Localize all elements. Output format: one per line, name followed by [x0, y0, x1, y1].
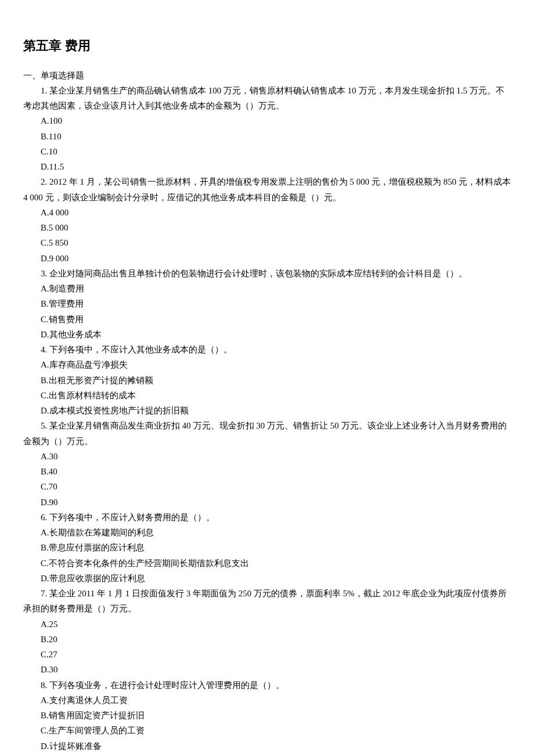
- question-5-option-a: A.30: [23, 449, 511, 464]
- question-3-option-c: C.销售费用: [23, 312, 511, 327]
- question-7-option-d: D.30: [23, 662, 511, 677]
- question-1-option-d: D.11.5: [23, 159, 511, 174]
- question-3-option-b: B.管理费用: [23, 296, 511, 311]
- question-7-text: 7. 某企业 2011 年 1 月 1 日按面值发行 3 年期面值为 250 万…: [23, 586, 511, 617]
- question-4-option-c: C.出售原材料结转的成本: [23, 388, 511, 403]
- question-4-text: 4. 下列各项中，不应计入其他业务成本的是（）。: [23, 342, 511, 357]
- question-2-option-a: A.4 000: [23, 205, 511, 220]
- section-heading: 一、单项选择题: [23, 68, 511, 83]
- question-5-option-b: B.40: [23, 464, 511, 479]
- question-8-text: 8. 下列各项业务，在进行会计处理时应计入管理费用的是（）。: [23, 678, 511, 693]
- question-6-option-c: C.不符合资本化条件的生产经营期间长期借款利息支出: [23, 556, 511, 571]
- question-9-text: 9. 下列各项中，应计入管理费用的是（）。: [23, 754, 511, 756]
- question-5-text: 5. 某企业某月销售商品发生商业折扣 40 万元、现金折扣 30 万元、销售折让…: [23, 418, 511, 449]
- question-3-text: 3. 企业对随同商品出售且单独计价的包装物进行会计处理时，该包装物的实际成本应结…: [23, 266, 511, 281]
- question-1-option-b: B.110: [23, 129, 511, 144]
- question-6-option-b: B.带息应付票据的应计利息: [23, 540, 511, 555]
- question-8-option-a: A.支付离退休人员工资: [23, 693, 511, 708]
- question-1-text: 1. 某企业某月销售生产的商品确认销售成本 100 万元，销售原材料确认销售成本…: [23, 83, 511, 114]
- question-1-option-c: C.10: [23, 144, 511, 159]
- question-7-option-a: A.25: [23, 617, 511, 632]
- question-5-option-d: D.90: [23, 495, 511, 510]
- question-4-option-a: A.库存商品盘亏净损失: [23, 357, 511, 372]
- question-3-option-d: D.其他业务成本: [23, 327, 511, 342]
- question-3-option-a: A.制造费用: [23, 281, 511, 296]
- chapter-title: 第五章 费用: [23, 35, 511, 57]
- question-2-option-b: B.5 000: [23, 220, 511, 235]
- question-6-option-d: D.带息应收票据的应计利息: [23, 571, 511, 586]
- question-1-option-a: A.100: [23, 113, 511, 128]
- question-4-option-b: B.出租无形资产计提的摊销额: [23, 373, 511, 388]
- question-2-option-c: C.5 850: [23, 235, 511, 250]
- question-5-option-c: C.70: [23, 479, 511, 494]
- question-7-option-b: B.20: [23, 632, 511, 647]
- question-6-text: 6. 下列各项中，不应计入财务费用的是（）。: [23, 510, 511, 525]
- question-6-option-a: A.长期借款在筹建期间的利息: [23, 525, 511, 540]
- question-8-option-b: B.销售用固定资产计提折旧: [23, 708, 511, 723]
- question-2-option-d: D.9 000: [23, 251, 511, 266]
- question-4-option-d: D.成本模式投资性房地产计提的折旧额: [23, 403, 511, 418]
- question-7-option-c: C.27: [23, 647, 511, 662]
- question-8-option-c: C.生产车间管理人员的工资: [23, 723, 511, 738]
- question-8-option-d: D.计提坏账准备: [23, 739, 511, 754]
- question-2-text: 2. 2012 年 1 月，某公司销售一批原材料，开具的增值税专用发票上注明的售…: [23, 174, 511, 205]
